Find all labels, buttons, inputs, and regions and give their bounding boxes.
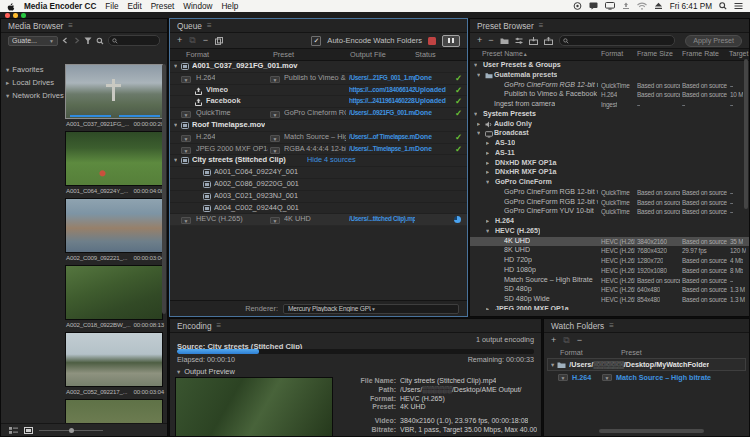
auto-encode-checkbox[interactable]: ✓: [311, 36, 321, 46]
export-preset-icon[interactable]: [544, 37, 553, 45]
duplicate-button[interactable]: [215, 37, 223, 45]
output-file-link[interactable]: https://...24119614602283: [349, 96, 415, 107]
media-clip[interactable]: A002_C018_0922BW_...00:00:08:13: [65, 265, 165, 328]
list-view-icon[interactable]: [9, 427, 18, 434]
queue-output-row[interactable]: Facebookhttps://...24119614602283Uploade…: [170, 96, 467, 108]
watch-folders-hscrollbar[interactable]: [599, 429, 704, 433]
queue-output-row[interactable]: ▼HEVC (H.265)▼4K UHD/Users/...titched Cl…: [170, 214, 467, 226]
preset-row-broadcast[interactable]: ▾Broadcast: [470, 129, 749, 139]
chevron-right-icon[interactable]: ▸: [486, 168, 489, 178]
panel-menu-icon[interactable]: ≡: [609, 321, 614, 330]
output-file-link[interactable]: https://...com/184066142: [349, 85, 415, 96]
media-clip[interactable]: A001_C064_09224Y_...00:00:04:08: [65, 131, 165, 194]
menu-item-help[interactable]: Help: [221, 2, 238, 11]
preset-settings-icon[interactable]: [515, 37, 523, 45]
chevron-right-icon[interactable]: ▸: [486, 217, 489, 227]
zoom-window-button[interactable]: [21, 13, 26, 18]
queue-stitch-source-row[interactable]: A003_C021_0923NJ_001: [170, 191, 467, 203]
cc-icon[interactable]: [573, 2, 582, 10]
media-browser-scrollbar[interactable]: [162, 64, 166, 314]
preset-row-system-presets[interactable]: ▾System Presets: [470, 110, 749, 120]
tree-item-favorites[interactable]: ▾Favorites: [1, 63, 63, 76]
chevron-right-icon[interactable]: ▸: [6, 79, 9, 87]
output-file-link[interactable]: /Users/...Timelapse_1.mxf: [349, 144, 415, 155]
import-preset-icon[interactable]: [529, 37, 538, 45]
new-preset-group-icon[interactable]: [500, 37, 509, 45]
spotlight-icon[interactable]: [719, 2, 727, 10]
chevron-down-icon[interactable]: ▾: [486, 227, 489, 237]
tree-item-network-drives[interactable]: ▾Network Drives: [1, 89, 63, 102]
output-file-link[interactable]: /Users/...of Timelapse.mp4: [349, 132, 415, 143]
preset-row-sd-480p[interactable]: SD 480pHEVC (H.265)640x480Based on sourc…: [470, 285, 749, 295]
preset-row-4k-uhd[interactable]: 4K UHDHEVC (H.265)3840x2160Based on sour…: [470, 237, 749, 247]
menu-item-preset[interactable]: Preset: [151, 2, 175, 11]
chevron-right-icon[interactable]: ▸: [486, 159, 489, 169]
dropdown-combo[interactable]: ▼: [558, 373, 568, 382]
menu-item-file[interactable]: File: [105, 2, 118, 11]
chevron-down-icon[interactable]: ▾: [6, 66, 9, 74]
media-browser-tab[interactable]: Media Browser ≡: [1, 19, 167, 33]
chevron-down-icon[interactable]: ▾: [6, 92, 9, 100]
media-clip[interactable]: A002_C052_092217_...00:00:03:04: [65, 332, 165, 395]
close-window-button[interactable]: [5, 13, 10, 18]
apple-menu-icon[interactable]: [7, 2, 15, 11]
add-output-button[interactable]: ⧉: [189, 36, 195, 45]
preset-browser-tab[interactable]: Preset Browser ≡: [470, 19, 749, 33]
watch-folders-tab[interactable]: Watch Folders ≡: [544, 319, 749, 333]
chevron-right-icon[interactable]: ▸: [486, 149, 489, 159]
media-search-input[interactable]: [108, 35, 160, 46]
chevron-down-icon[interactable]: ▾: [177, 368, 180, 376]
stop-queue-button[interactable]: [428, 37, 436, 45]
chevron-right-icon[interactable]: ▸: [486, 139, 489, 149]
watch-folder-output-row[interactable]: ▼H.264▼Match Source – High bitrate: [544, 371, 749, 383]
chevron-down-icon[interactable]: ▾: [174, 120, 177, 131]
preset-row-gopro-cineform[interactable]: ▾GoPro CineForm: [470, 178, 749, 188]
preset-row-hevc-h-265-[interactable]: ▾HEVC (H.265): [470, 227, 749, 237]
eject-icon[interactable]: [654, 2, 663, 10]
pause-queue-button[interactable]: [442, 35, 460, 47]
queue-source-row[interactable]: ▾Roof Timelapse.mov: [170, 120, 467, 132]
preset-row-as-11[interactable]: ▸AS-11: [470, 149, 749, 159]
preset-row-hd-1080p[interactable]: HD 1080pHEVC (H.265)1920x1080Based on so…: [470, 266, 749, 276]
output-file-link[interactable]: /Users/...21FG_001_1.mp4: [349, 73, 415, 84]
queue-output-row[interactable]: ▼H.264▼Match Source – High bitr.../Users…: [170, 132, 467, 144]
panel-menu-icon[interactable]: ≡: [68, 21, 73, 30]
minimize-window-button[interactable]: [13, 13, 18, 18]
preset-row-h-264[interactable]: ▸H.264: [470, 217, 749, 227]
menu-clock[interactable]: Fri 6:41 PM: [670, 2, 712, 11]
dropdown-combo[interactable]: ▼: [181, 216, 191, 227]
output-file-link[interactable]: /Users/...titched Clip).mp4: [349, 214, 415, 225]
forward-icon[interactable]: [73, 37, 80, 44]
chevron-right-icon[interactable]: ▸: [486, 305, 489, 310]
dropdown-combo[interactable]: ▼: [602, 373, 612, 382]
preset-row-publish-to-vimeo-facebook[interactable]: Publish to Vimeo & FacebookH.264Based on…: [470, 90, 749, 100]
chevron-down-icon[interactable]: ▾: [477, 71, 480, 81]
wifi-icon[interactable]: [637, 2, 647, 10]
thumbnail-size-slider[interactable]: [39, 430, 103, 431]
add-output-button[interactable]: ⧉: [563, 336, 569, 345]
filter-icon[interactable]: [84, 37, 92, 45]
panel-menu-icon[interactable]: ≡: [217, 321, 222, 330]
preset-row-ingest-from-camera[interactable]: Ingest from cameraIngest–––: [470, 100, 749, 110]
chevron-down-icon[interactable]: ▾: [474, 61, 477, 71]
preset-row-guatemala-presets[interactable]: ▾Guatemala presets: [470, 71, 749, 81]
media-clip[interactable]: A001_C037_0921FG_...00:00:00:20: [65, 64, 165, 127]
menu-item-edit[interactable]: Edit: [128, 2, 142, 11]
hide-sources-link[interactable]: Hide 4 sources: [307, 155, 356, 166]
queue-output-row[interactable]: ▼JPEG 2000 MXF OP1a▼RGBA 4:4:4:4 12-bit …: [170, 144, 467, 156]
display-icon[interactable]: [605, 2, 615, 10]
thumbnail-view-icon[interactable]: [24, 427, 33, 434]
create-preset-button[interactable]: +: [477, 36, 482, 45]
sort-ascending-icon[interactable]: ▲: [523, 51, 528, 57]
queue-stitch-source-row[interactable]: A002_C086_09220G_001: [170, 179, 467, 191]
preset-row-sd-480p-wide[interactable]: SD 480p WideHEVC (H.265)854x480Based on …: [470, 295, 749, 305]
location-dropdown[interactable]: Guate... ▼: [8, 36, 58, 46]
preset-row-gopro-cineform-yuv-10-bit[interactable]: GoPro CineForm YUV 10-bitQuickTimeBased …: [470, 207, 749, 217]
queue-output-row[interactable]: Vimeohttps://...com/184066142Uploaded✓: [170, 85, 467, 97]
queue-source-row[interactable]: ▾City streets (Stitched Clip)Hide 4 sour…: [170, 155, 467, 167]
watch-folder-row[interactable]: ▾ /Users/░░░░░░/Desktop/MyWatchFolder: [547, 358, 746, 371]
queue-stitch-source-row[interactable]: A004_C002_09244Q_001: [170, 203, 467, 215]
queue-output-row[interactable]: ▼H.264▼Publish to Vimeo & Face.../Users/…: [170, 73, 467, 85]
preset-row-dnxhr-mxf-op1a[interactable]: ▸DNxHR MXF OP1a: [470, 168, 749, 178]
encoding-tab[interactable]: Encoding ≡: [170, 319, 541, 333]
